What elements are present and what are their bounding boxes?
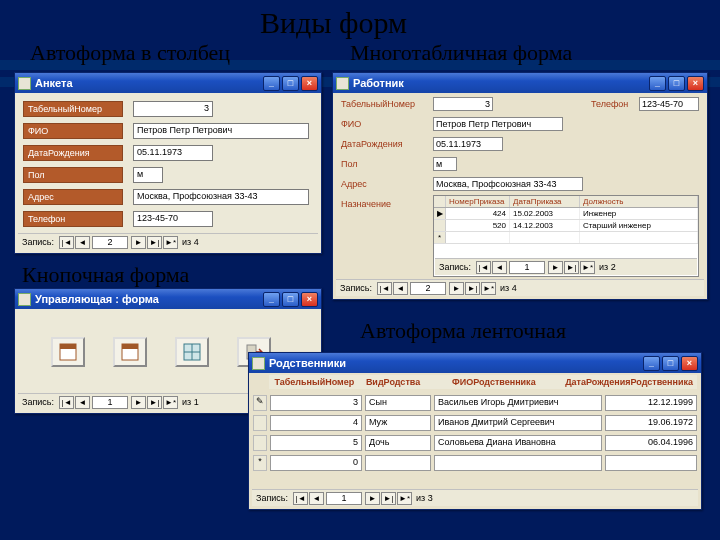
- cell-rel[interactable]: [365, 455, 431, 471]
- nav-last-button[interactable]: ►|: [147, 396, 162, 409]
- open-form-1-button[interactable]: [51, 337, 85, 367]
- nav-next-button[interactable]: ►: [548, 261, 563, 274]
- sex-field[interactable]: м: [133, 167, 163, 183]
- col-num[interactable]: НомерПриказа: [446, 196, 510, 207]
- nav-last-button[interactable]: ►|: [147, 236, 162, 249]
- nav-first-button[interactable]: |◄: [59, 396, 74, 409]
- cell-rel[interactable]: Дочь: [365, 435, 431, 451]
- titlebar[interactable]: Работник _ □ ×: [333, 73, 707, 93]
- col-pos[interactable]: Должность: [580, 196, 698, 207]
- maximize-button[interactable]: □: [282, 292, 299, 307]
- record-number-field[interactable]: 2: [410, 282, 446, 295]
- table-row[interactable]: ▶ 424 15.02.2003 Инженер: [434, 208, 698, 220]
- nav-new-button[interactable]: ►*: [397, 492, 412, 505]
- tabnum-field[interactable]: 3: [433, 97, 493, 111]
- fio-field[interactable]: Петров Петр Петрович: [433, 117, 563, 131]
- nav-prev-button[interactable]: ◄: [75, 236, 90, 249]
- fio-field[interactable]: Петров Петр Петрович: [133, 123, 309, 139]
- table-row[interactable]: 5 Дочь Соловьева Диана Ивановна 06.04.19…: [253, 435, 697, 451]
- open-form-2-button[interactable]: [113, 337, 147, 367]
- nav-first-button[interactable]: |◄: [476, 261, 491, 274]
- close-button[interactable]: ×: [301, 292, 318, 307]
- cell-num[interactable]: [446, 232, 510, 243]
- table-row[interactable]: ✎ 3 Сын Васильев Игорь Дмитриевич 12.12.…: [253, 395, 697, 411]
- col-tabnum[interactable]: ТабельныйНомер: [269, 375, 360, 389]
- open-form-3-button[interactable]: [175, 337, 209, 367]
- minimize-button[interactable]: _: [263, 292, 280, 307]
- cell-dob[interactable]: 06.04.1996: [605, 435, 697, 451]
- tel-field[interactable]: 123-45-70: [639, 97, 699, 111]
- minimize-button[interactable]: _: [643, 356, 660, 371]
- nav-new-button[interactable]: ►*: [481, 282, 496, 295]
- cell-num[interactable]: 424: [446, 208, 510, 219]
- cell-tabnum[interactable]: 3: [270, 395, 362, 411]
- cell-fio[interactable]: [434, 455, 602, 471]
- addr-field[interactable]: Москва, Профсоюзная 33-43: [133, 189, 309, 205]
- nav-prev-button[interactable]: ◄: [75, 396, 90, 409]
- nav-new-button[interactable]: ►*: [580, 261, 595, 274]
- maximize-button[interactable]: □: [668, 76, 685, 91]
- nav-next-button[interactable]: ►: [449, 282, 464, 295]
- close-button[interactable]: ×: [681, 356, 698, 371]
- nav-prev-button[interactable]: ◄: [492, 261, 507, 274]
- cell-tabnum[interactable]: 5: [270, 435, 362, 451]
- col-dob[interactable]: ДатаРожденияРодственника: [561, 375, 697, 389]
- row-selector[interactable]: *: [253, 455, 267, 471]
- titlebar[interactable]: Управляющая : форма _ □ ×: [15, 289, 321, 309]
- nav-next-button[interactable]: ►: [365, 492, 380, 505]
- dob-field[interactable]: 05.11.1973: [433, 137, 503, 151]
- minimize-button[interactable]: _: [649, 76, 666, 91]
- nav-new-button[interactable]: ►*: [163, 236, 178, 249]
- row-selector[interactable]: *: [434, 232, 446, 243]
- cell-dob[interactable]: 12.12.1999: [605, 395, 697, 411]
- table-row[interactable]: 520 14.12.2003 Старший инженер: [434, 220, 698, 232]
- close-button[interactable]: ×: [687, 76, 704, 91]
- cell-pos[interactable]: Старший инженер: [580, 220, 698, 231]
- tabnum-field[interactable]: 3: [133, 101, 213, 117]
- row-selector[interactable]: ▶: [434, 208, 446, 219]
- cell-date[interactable]: 15.02.2003: [510, 208, 580, 219]
- col-rel[interactable]: ВидРодства: [360, 375, 427, 389]
- cell-num[interactable]: 520: [446, 220, 510, 231]
- cell-dob[interactable]: 19.06.1972: [605, 415, 697, 431]
- cell-date[interactable]: [510, 232, 580, 243]
- nav-first-button[interactable]: |◄: [377, 282, 392, 295]
- minimize-button[interactable]: _: [263, 76, 280, 91]
- nav-next-button[interactable]: ►: [131, 236, 146, 249]
- nav-next-button[interactable]: ►: [131, 396, 146, 409]
- cell-dob[interactable]: [605, 455, 697, 471]
- col-fio[interactable]: ФИОРодственника: [426, 375, 561, 389]
- nav-first-button[interactable]: |◄: [59, 236, 74, 249]
- record-number-field[interactable]: 1: [326, 492, 362, 505]
- titlebar[interactable]: Анкета _ □ ×: [15, 73, 321, 93]
- nav-last-button[interactable]: ►|: [465, 282, 480, 295]
- table-row[interactable]: * 0: [253, 455, 697, 471]
- cell-fio[interactable]: Соловьева Диана Ивановна: [434, 435, 602, 451]
- cell-fio[interactable]: Васильев Игорь Дмитриевич: [434, 395, 602, 411]
- nav-first-button[interactable]: |◄: [293, 492, 308, 505]
- row-selector[interactable]: [253, 415, 267, 431]
- cell-date[interactable]: 14.12.2003: [510, 220, 580, 231]
- cell-tabnum[interactable]: 0: [270, 455, 362, 471]
- record-number-field[interactable]: 1: [509, 261, 545, 274]
- close-button[interactable]: ×: [301, 76, 318, 91]
- dob-field[interactable]: 05.11.1973: [133, 145, 213, 161]
- maximize-button[interactable]: □: [662, 356, 679, 371]
- table-row[interactable]: *: [434, 232, 698, 244]
- nav-last-button[interactable]: ►|: [381, 492, 396, 505]
- record-number-field[interactable]: 2: [92, 236, 128, 249]
- row-selector[interactable]: ✎: [253, 395, 267, 411]
- row-selector[interactable]: [434, 220, 446, 231]
- cell-pos[interactable]: [580, 232, 698, 243]
- maximize-button[interactable]: □: [282, 76, 299, 91]
- titlebar[interactable]: Родственники _ □ ×: [249, 353, 701, 373]
- nav-new-button[interactable]: ►*: [163, 396, 178, 409]
- cell-fio[interactable]: Иванов Дмитрий Сергеевич: [434, 415, 602, 431]
- cell-rel[interactable]: Муж: [365, 415, 431, 431]
- table-row[interactable]: 4 Муж Иванов Дмитрий Сергеевич 19.06.197…: [253, 415, 697, 431]
- tel-field[interactable]: 123-45-70: [133, 211, 213, 227]
- row-selector[interactable]: [253, 435, 267, 451]
- record-number-field[interactable]: 1: [92, 396, 128, 409]
- col-date[interactable]: ДатаПриказа: [510, 196, 580, 207]
- sex-field[interactable]: м: [433, 157, 457, 171]
